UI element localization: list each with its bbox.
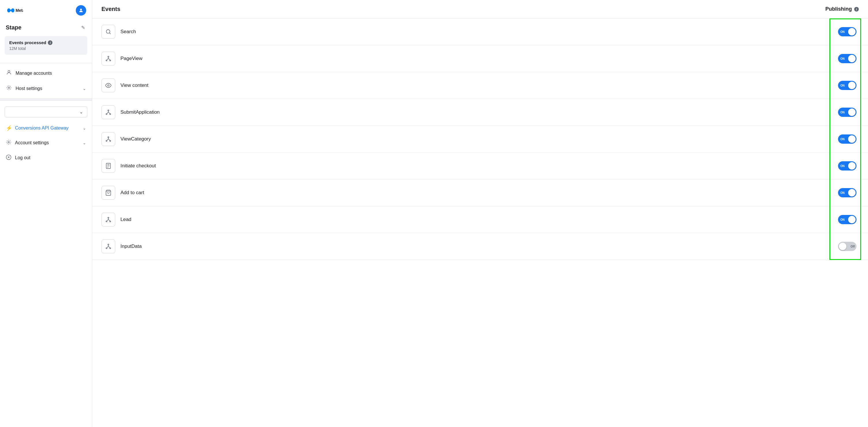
toggle-thumb-search [848, 28, 856, 35]
toggle-track-input-data: Off [838, 242, 857, 251]
event-row-initiate-checkout: Initiate checkout ON [92, 153, 868, 179]
toggle-wrapper-search: ON [836, 27, 859, 36]
event-name-search: Search [120, 29, 836, 35]
toggle-lead[interactable]: ON [838, 215, 857, 224]
sidebar-item-host-settings[interactable]: Host settings ⌄ [0, 81, 92, 96]
toggle-pageview[interactable]: ON [838, 54, 857, 63]
host-settings-chevron: ⌄ [83, 86, 86, 91]
publishing-text: Publishing [825, 6, 852, 12]
toggle-track-add-to-cart: ON [838, 188, 857, 197]
toggle-wrapper-view-category: ON [836, 135, 859, 144]
event-icon-search [101, 25, 115, 39]
conversions-label: Conversions API Gateway [15, 125, 69, 131]
svg-point-1 [80, 9, 82, 10]
event-name-lead: Lead [120, 217, 836, 223]
svg-point-8 [106, 60, 107, 61]
toggle-on-label: ON [840, 191, 845, 195]
conversions-chevron-icon: ⌄ [83, 126, 86, 131]
event-row-view-category: ViewCategory ON [92, 126, 868, 153]
event-name-pageview: PageView [120, 56, 836, 61]
main-content: Events Publishing i Search ON [92, 0, 868, 427]
svg-point-6 [106, 30, 110, 33]
event-name-input-data: InputData [120, 244, 836, 249]
toggle-on-label: ON [840, 111, 845, 114]
svg-point-23 [106, 248, 107, 249]
toggle-add-to-cart[interactable]: ON [838, 188, 857, 197]
sidebar-item-account-settings[interactable]: Account settings ⌄ [0, 135, 92, 150]
events-card-value: 12M total [9, 46, 83, 51]
toggle-input-data[interactable]: Off [838, 242, 857, 251]
account-settings-icon [6, 139, 11, 146]
events-info-icon: i [48, 40, 53, 45]
toggle-thumb-input-data [839, 243, 846, 250]
event-row-pageview: PageView ON [92, 45, 868, 72]
workspace-dropdown[interactable]: ⌄ [5, 107, 87, 117]
sidebar-item-manage-accounts[interactable]: Manage accounts [0, 65, 92, 81]
svg-point-13 [110, 114, 111, 115]
svg-point-3 [8, 87, 10, 89]
toggle-on-label: ON [840, 218, 845, 221]
toggle-on-label: ON [840, 30, 845, 33]
main-header: Events Publishing i [92, 0, 868, 19]
svg-point-16 [110, 141, 111, 142]
sidebar-item-logout[interactable]: Log out [0, 150, 92, 165]
user-avatar-button[interactable] [76, 5, 86, 16]
toggle-thumb-view-content [848, 82, 856, 89]
toggle-thumb-submit-application [848, 109, 856, 116]
toggle-initiate-checkout[interactable]: ON [838, 161, 857, 171]
svg-point-11 [108, 110, 109, 111]
toggle-view-category[interactable]: ON [838, 135, 857, 144]
event-row-lead: Lead ON [92, 206, 868, 233]
toggle-on-label: ON [840, 57, 845, 60]
sidebar-header: Meta [0, 0, 92, 21]
event-icon-lead [101, 212, 115, 226]
event-row-input-data: InputData Off [92, 233, 868, 260]
event-icon-add-to-cart [101, 186, 115, 200]
event-icon-initiate-checkout [101, 159, 115, 173]
toggle-wrapper-initiate-checkout: ON [836, 161, 859, 171]
host-settings-icon [6, 85, 12, 92]
svg-point-24 [110, 248, 111, 249]
manage-accounts-label: Manage accounts [16, 71, 52, 76]
event-icon-submit-application [101, 105, 115, 119]
toggle-track-view-category: ON [838, 135, 857, 144]
edit-brand-button[interactable]: ✎ [80, 24, 86, 31]
events-list-container: Search ON PageView ON [92, 19, 868, 260]
divider-1 [0, 63, 92, 63]
toggle-on-label: ON [840, 84, 845, 87]
event-row-search: Search ON [92, 19, 868, 45]
event-icon-view-content [101, 79, 115, 92]
toggle-track-search: ON [838, 27, 857, 36]
sidebar-item-conversions-api[interactable]: ⚡ Conversions API Gateway ⌄ [0, 121, 92, 135]
toggle-track-view-content: ON [838, 81, 857, 90]
main-title: Events [101, 6, 120, 12]
event-row-add-to-cart: Add to cart ON [92, 179, 868, 206]
toggle-view-content[interactable]: ON [838, 81, 857, 90]
host-settings-label: Host settings [16, 86, 42, 91]
toggle-wrapper-view-content: ON [836, 81, 859, 90]
event-icon-input-data [101, 239, 115, 253]
event-row-submit-application: SubmitApplication ON [92, 99, 868, 126]
account-settings-chevron: ⌄ [83, 141, 86, 145]
svg-point-14 [108, 137, 109, 138]
event-icon-pageview [101, 52, 115, 65]
event-row-view-content: View content ON [92, 72, 868, 99]
toggle-search[interactable]: ON [838, 27, 857, 36]
event-icon-view-category [101, 132, 115, 146]
svg-point-4 [8, 142, 9, 143]
event-name-view-content: View content [120, 83, 836, 88]
svg-point-2 [8, 70, 10, 73]
events-processed-card: Events processed i 12M total [5, 36, 87, 55]
svg-point-20 [106, 221, 107, 222]
toggle-submit-application[interactable]: ON [838, 108, 857, 117]
user-avatar-icon [79, 8, 84, 13]
svg-point-15 [106, 141, 107, 142]
event-name-initiate-checkout: Initiate checkout [120, 163, 836, 169]
event-name-submit-application: SubmitApplication [120, 109, 836, 115]
svg-text:Meta: Meta [16, 8, 23, 13]
toggle-wrapper-lead: ON [836, 215, 859, 224]
svg-point-12 [106, 114, 107, 115]
manage-accounts-icon [6, 69, 12, 77]
toggle-thumb-view-category [848, 135, 856, 143]
event-name-view-category: ViewCategory [120, 136, 836, 142]
